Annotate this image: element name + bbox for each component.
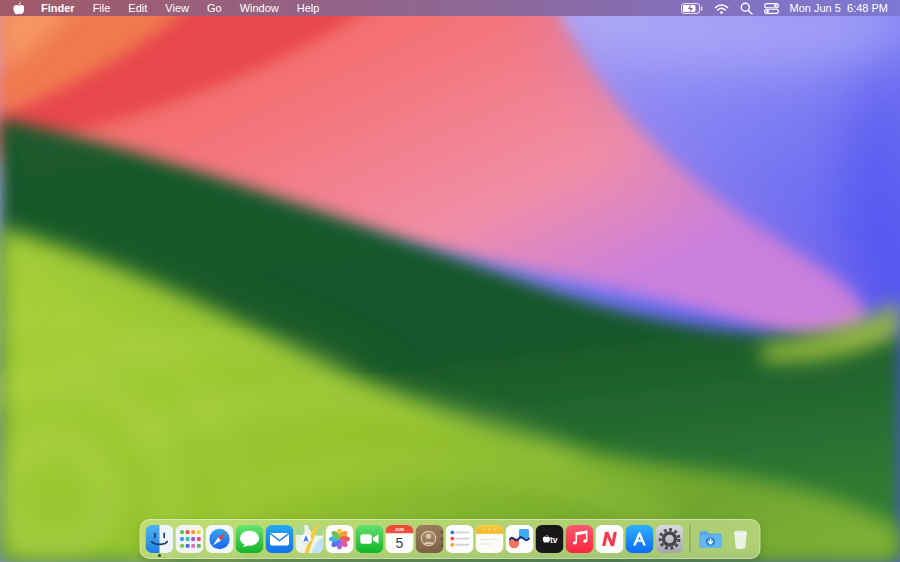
notes-icon — [476, 525, 504, 553]
menu-file[interactable]: File — [84, 0, 120, 16]
apple-menu[interactable] — [10, 1, 32, 15]
menu-edit[interactable]: Edit — [119, 0, 156, 16]
control-center-icon[interactable] — [764, 3, 779, 14]
finder-icon — [146, 525, 174, 553]
dock-mail[interactable] — [266, 525, 294, 553]
menu-status-area: Mon Jun 5 6:48 PM — [681, 0, 888, 16]
dock-music[interactable] — [566, 525, 594, 553]
menu-view[interactable]: View — [156, 0, 198, 16]
dock-maps[interactable] — [296, 525, 324, 553]
apple-logo-icon — [12, 1, 24, 15]
launchpad-icon — [176, 525, 204, 553]
running-indicator — [158, 554, 161, 557]
tv-label: tv — [550, 535, 558, 545]
menu-finder[interactable]: Finder — [32, 0, 84, 16]
dock-trash[interactable] — [727, 525, 755, 553]
menu-help[interactable]: Help — [288, 0, 329, 16]
facetime-icon — [356, 525, 384, 553]
dock-news[interactable] — [596, 525, 624, 553]
messages-icon — [236, 525, 264, 553]
wifi-icon[interactable] — [714, 3, 729, 14]
dock-freeform[interactable] — [506, 525, 534, 553]
dock-app-store[interactable] — [626, 525, 654, 553]
maps-icon — [296, 525, 324, 553]
spotlight-search-icon[interactable] — [740, 2, 753, 15]
calendar-day-label: 5 — [396, 535, 404, 551]
dock-calendar[interactable]: JUN 5 — [386, 525, 414, 553]
freeform-icon — [506, 525, 534, 553]
dock-finder[interactable] — [146, 525, 174, 553]
app-store-icon — [626, 525, 654, 553]
photos-icon — [326, 525, 354, 553]
calendar-icon: JUN 5 — [386, 525, 414, 553]
mail-icon — [266, 525, 294, 553]
dock-system-settings[interactable] — [656, 525, 684, 553]
dock-downloads[interactable] — [697, 525, 725, 553]
dock-contacts[interactable] — [416, 525, 444, 553]
battery-charging-icon[interactable] — [681, 3, 703, 14]
dock-notes[interactable] — [476, 525, 504, 553]
trash-icon — [727, 525, 755, 553]
calendar-month-label: JUN — [395, 527, 404, 532]
system-settings-icon — [656, 525, 684, 553]
desktop-wallpaper — [0, 0, 900, 562]
dock-launchpad[interactable] — [176, 525, 204, 553]
menu-bar: Finder File Edit View Go Window Help Mon… — [0, 0, 900, 16]
menu-clock[interactable]: Mon Jun 5 6:48 PM — [790, 0, 888, 16]
reminders-icon — [446, 525, 474, 553]
dock-facetime[interactable] — [356, 525, 384, 553]
dock: JUN 5 — [140, 519, 761, 559]
menu-go[interactable]: Go — [198, 0, 231, 16]
safari-icon — [206, 525, 234, 553]
downloads-folder-icon — [697, 525, 725, 553]
news-icon — [596, 525, 624, 553]
dock-tv[interactable]: tv — [536, 525, 564, 553]
contacts-icon — [416, 525, 444, 553]
music-icon — [566, 525, 594, 553]
menu-window[interactable]: Window — [231, 0, 288, 16]
dock-reminders[interactable] — [446, 525, 474, 553]
dock-messages[interactable] — [236, 525, 264, 553]
dock-safari[interactable] — [206, 525, 234, 553]
apple-tv-icon: tv — [536, 525, 564, 553]
dock-divider — [690, 525, 691, 553]
dock-photos[interactable] — [326, 525, 354, 553]
